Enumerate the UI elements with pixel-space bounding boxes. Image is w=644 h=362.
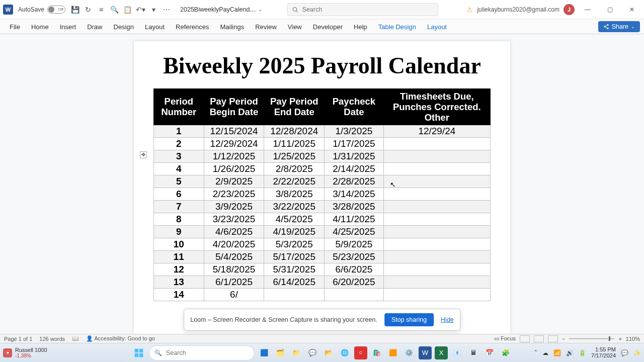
table-cell[interactable]: 1/31/2025 xyxy=(325,150,384,163)
table-cell[interactable] xyxy=(383,289,490,301)
calendar-icon[interactable]: 📅 xyxy=(483,346,496,359)
wifi-icon[interactable]: 📶 xyxy=(553,349,561,356)
highlight-icon[interactable]: ▾ xyxy=(147,4,159,16)
zoom-level[interactable]: 110% xyxy=(626,336,640,342)
ribbon-tab-file[interactable]: File xyxy=(4,20,26,34)
search-box[interactable] xyxy=(287,3,438,16)
page-indicator[interactable]: Page 1 of 1 xyxy=(4,336,32,342)
table-row[interactable]: 115/4/20255/17/20255/23/2025 xyxy=(154,251,491,263)
table-cell[interactable]: 12 xyxy=(154,263,204,276)
table-row[interactable]: 136/1/20256/14/20256/20/2025 xyxy=(154,276,491,289)
table-cell[interactable]: 4 xyxy=(154,163,204,175)
print-layout-icon[interactable] xyxy=(534,335,544,342)
notifications-icon[interactable]: 💬 xyxy=(621,349,628,356)
table-header[interactable]: Pay Period Begin Date xyxy=(204,88,264,125)
paragraph-icon[interactable]: ≡ xyxy=(95,4,107,16)
close-button[interactable]: ✕ xyxy=(623,3,641,17)
table-cell[interactable]: 5/18/2025 xyxy=(204,263,264,276)
table-cell[interactable]: 4/5/2025 xyxy=(264,213,325,226)
outlook-icon[interactable]: 📧 xyxy=(451,346,464,359)
table-cell[interactable] xyxy=(383,226,490,238)
autosave-toggle[interactable]: AutoSave Off xyxy=(18,6,65,14)
document-name[interactable]: 2025BiweeklyPayCalend… xyxy=(180,6,256,13)
ribbon-tab-review[interactable]: Review xyxy=(250,20,282,34)
zoom-in-icon[interactable]: + xyxy=(618,336,621,342)
ribbon-tab-home[interactable]: Home xyxy=(26,20,54,34)
table-cell[interactable]: 4/6/2025 xyxy=(204,226,264,238)
table-cell[interactable] xyxy=(383,238,490,251)
taskbar-search[interactable]: 🔍 xyxy=(149,345,255,360)
table-cell[interactable]: 3/23/2025 xyxy=(204,213,264,226)
table-cell[interactable]: 5/31/2025 xyxy=(264,263,325,276)
taskbar-clock[interactable]: 1:55 PM 7/17/2024 xyxy=(591,347,616,358)
table-cell[interactable] xyxy=(383,263,490,276)
table-cell[interactable]: 12/29/2024 xyxy=(204,138,264,150)
table-cell[interactable]: 5/4/2025 xyxy=(204,251,264,263)
table-cell[interactable] xyxy=(383,276,490,289)
table-cell[interactable]: 2/28/2025 xyxy=(325,175,384,188)
table-cell[interactable]: 3/9/2025 xyxy=(204,201,264,213)
ribbon-tab-view[interactable]: View xyxy=(282,20,307,34)
ribbon-tab-references[interactable]: References xyxy=(170,20,214,34)
ribbon-tab-table-design[interactable]: Table Design xyxy=(373,20,422,34)
store-icon[interactable]: 🛍️ xyxy=(370,346,383,359)
word-taskbar-icon[interactable]: W xyxy=(419,346,432,359)
table-cell[interactable] xyxy=(264,289,325,301)
table-cell[interactable]: 3/28/2025 xyxy=(325,201,384,213)
table-cell[interactable]: 1/25/2025 xyxy=(264,150,325,163)
table-cell[interactable]: 6/1/2025 xyxy=(204,276,264,289)
table-cell[interactable]: 14 xyxy=(154,289,204,301)
app-icon[interactable]: 🟧 xyxy=(386,346,399,359)
restore-button[interactable]: ▢ xyxy=(601,3,619,17)
excel-taskbar-icon[interactable]: X xyxy=(435,346,448,359)
share-button[interactable]: Share⌄ xyxy=(598,21,640,32)
undo-icon[interactable]: ↶▾ xyxy=(134,4,146,16)
table-cell[interactable]: 2 xyxy=(154,138,204,150)
table-cell[interactable]: 4/11/2025 xyxy=(325,213,384,226)
focus-mode[interactable]: ▭ Focus xyxy=(494,335,516,342)
payroll-table[interactable]: Period NumberPay Period Begin DatePay Pe… xyxy=(153,88,491,302)
table-cell[interactable]: 1/11/2025 xyxy=(264,138,325,150)
table-cell[interactable]: 3/14/2025 xyxy=(325,188,384,201)
table-row[interactable]: 41/26/20252/8/20252/14/2025 xyxy=(154,163,491,175)
taskbar-search-input[interactable] xyxy=(166,349,249,356)
table-header[interactable]: Period Number xyxy=(154,88,204,125)
folder-icon[interactable]: 📂 xyxy=(322,346,335,359)
onedrive-icon[interactable]: ☁ xyxy=(542,349,548,356)
table-cell[interactable]: 13 xyxy=(154,276,204,289)
table-cell[interactable]: 12/15/2024 xyxy=(204,125,264,138)
settings-icon[interactable]: ⚙️ xyxy=(403,346,416,359)
save-icon[interactable]: 💾 xyxy=(69,4,81,16)
table-cell[interactable] xyxy=(325,289,384,301)
table-cell[interactable]: 8 xyxy=(154,213,204,226)
table-cell[interactable]: 1/17/2025 xyxy=(325,138,384,150)
canon-icon[interactable]: C xyxy=(354,346,367,359)
table-cell[interactable]: 11 xyxy=(154,251,204,263)
table-cell[interactable]: 6 xyxy=(154,188,204,201)
table-cell[interactable] xyxy=(383,188,490,201)
user-email[interactable]: juliekayburns2020@gmail.com xyxy=(477,6,559,13)
table-cell[interactable] xyxy=(383,163,490,175)
document-title[interactable]: Biweekly 2025 Payroll Calendar xyxy=(149,51,495,80)
table-row[interactable]: 31/12/20251/25/20251/31/2025 xyxy=(154,150,491,163)
table-cell[interactable]: 2/22/2025 xyxy=(264,175,325,188)
zoom-out-icon[interactable]: − xyxy=(562,336,565,342)
table-cell[interactable]: 2/9/2025 xyxy=(204,175,264,188)
ribbon-tab-help[interactable]: Help xyxy=(348,20,373,34)
file-explorer-icon[interactable]: 📁 xyxy=(290,346,303,359)
taskbar-widget-stock[interactable]: ▾ Russell 1000 -1.38% xyxy=(3,347,47,358)
table-cell[interactable] xyxy=(383,251,490,263)
table-cell[interactable]: 7 xyxy=(154,201,204,213)
table-row[interactable]: 62/23/20253/8/20253/14/2025 xyxy=(154,188,491,201)
zoom-slider[interactable] xyxy=(569,338,614,339)
table-cell[interactable]: 1/12/2025 xyxy=(204,150,264,163)
table-row[interactable]: 125/18/20255/31/20256/6/2025 xyxy=(154,263,491,276)
table-cell[interactable] xyxy=(383,175,490,188)
table-cell[interactable]: 6/20/2025 xyxy=(325,276,384,289)
table-cell[interactable]: 9 xyxy=(154,226,204,238)
table-header[interactable]: Paycheck Date xyxy=(325,88,384,125)
start-button[interactable] xyxy=(132,346,146,360)
table-cell[interactable]: 1 xyxy=(154,125,204,138)
table-row[interactable]: 73/9/20253/22/20253/28/2025 xyxy=(154,201,491,213)
search-input[interactable] xyxy=(302,6,434,13)
